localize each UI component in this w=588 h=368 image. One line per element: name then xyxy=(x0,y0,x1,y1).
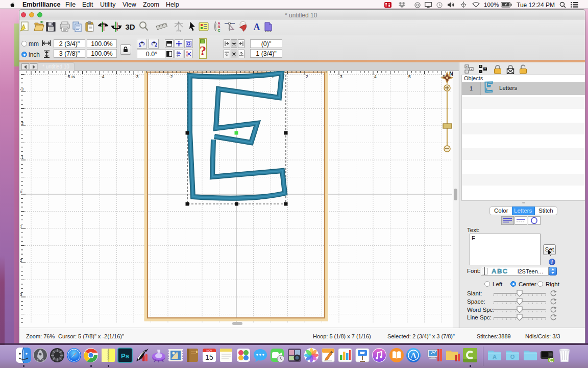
svg-text:2: 2 xyxy=(306,74,308,79)
svg-text:15: 15 xyxy=(205,353,213,361)
svg-text:-4: -4 xyxy=(101,74,105,79)
svg-text:+: + xyxy=(466,65,468,68)
svg-text:+: + xyxy=(480,64,482,68)
svg-text:C: C xyxy=(217,29,220,32)
svg-text:-5: -5 xyxy=(66,74,70,79)
svg-text:+: + xyxy=(484,67,486,71)
svg-text:-2: -2 xyxy=(169,74,173,79)
svg-text:A: A xyxy=(493,354,497,360)
svg-text:A: A xyxy=(254,22,260,32)
svg-text:-: - xyxy=(467,70,468,73)
svg-text:Ps: Ps xyxy=(121,352,129,360)
svg-text:2: 2 xyxy=(20,258,22,263)
svg-text:A: A xyxy=(217,21,220,25)
svg-text:A: A xyxy=(410,351,416,360)
svg-text:0: 0 xyxy=(20,190,22,194)
svg-text:-: - xyxy=(480,70,481,73)
svg-text:1: 1 xyxy=(20,224,22,228)
svg-text:3: 3 xyxy=(20,292,22,297)
svg-text:?: ? xyxy=(200,43,206,58)
svg-text:-1: -1 xyxy=(20,155,24,160)
svg-text:-3: -3 xyxy=(20,87,24,91)
svg-text:3: 3 xyxy=(340,74,342,79)
svg-text:-2: -2 xyxy=(20,121,24,126)
svg-text:B: B xyxy=(217,25,220,29)
svg-text:O: O xyxy=(510,354,515,360)
svg-text:NOV: NOV xyxy=(207,349,213,352)
svg-text:-3: -3 xyxy=(135,74,139,79)
svg-text:IN: IN xyxy=(71,75,75,79)
svg-text:5: 5 xyxy=(408,74,411,79)
svg-text:3D: 3D xyxy=(125,22,135,31)
svg-text:+: + xyxy=(471,67,473,71)
svg-text:4: 4 xyxy=(374,74,377,79)
